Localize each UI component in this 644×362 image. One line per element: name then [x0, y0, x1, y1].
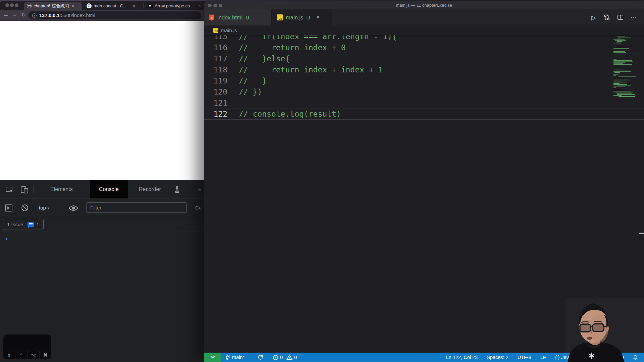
errors-icon — [273, 355, 278, 360]
run-code-icon[interactable]: ▷ — [591, 14, 596, 21]
line-number[interactable]: 118 — [204, 64, 227, 75]
reload-icon[interactable]: ↻ — [19, 11, 28, 18]
editor-line[interactable]: 117// }else{ — [204, 53, 644, 64]
filter-input[interactable] — [87, 202, 186, 213]
encoding[interactable]: UTF-8 — [518, 353, 531, 362]
close-window-button[interactable] — [5, 3, 9, 7]
url-text: 127.0.0.1:5500/index.html — [39, 13, 95, 18]
line-number[interactable]: 120 — [204, 86, 227, 98]
breadcrumb[interactable]: JS main.js — [204, 25, 644, 35]
line-text: // if(index === arr.length - 1){ — [239, 35, 397, 42]
editor-line[interactable]: 120// }) — [204, 86, 644, 98]
command-key-icon: ⌘ — [40, 351, 51, 359]
line-text: // return index + index + 1 — [239, 64, 383, 75]
site-info-icon[interactable]: i — [32, 13, 37, 18]
tab-label: main.js — [286, 14, 303, 21]
address-bar[interactable]: i 127.0.0.1:5500/index.html — [28, 11, 201, 19]
device-toolbar-icon[interactable] — [20, 185, 29, 194]
line-number[interactable]: 117 — [204, 53, 227, 64]
editor-line[interactable]: 115// if(index === arr.length - 1){ — [204, 35, 644, 42]
modifier-key-row: ⇧ ^ ⌥ ⌘ — [3, 351, 51, 359]
google-icon: G — [87, 3, 92, 8]
remote-indicator[interactable]: >< — [204, 353, 221, 362]
eol-sequence[interactable]: LF — [540, 353, 546, 362]
html-icon: 5 — [209, 14, 214, 21]
separator — [82, 204, 82, 212]
js-icon: JS — [277, 14, 283, 20]
cursor-position[interactable]: Ln 122, Col 23 — [446, 353, 478, 362]
sync-button[interactable] — [258, 353, 263, 362]
browser-tab-strip: chapter6 综合练习 × G mdn concat - Google 搜索… — [0, 0, 206, 10]
separator — [33, 204, 33, 212]
forward-icon[interactable]: → — [11, 11, 19, 18]
clear-console-icon[interactable] — [21, 204, 29, 212]
tab-title: mdn concat - Google 搜索 — [94, 3, 130, 9]
vscode-title-bar: main.js — 11 chapterExecise — [204, 1, 644, 9]
close-tab-icon[interactable]: × — [316, 14, 320, 21]
split-editor-icon[interactable] — [618, 15, 623, 20]
close-tab-icon[interactable]: × — [198, 3, 202, 8]
line-text: // }else{ — [239, 53, 290, 64]
svg-text:5: 5 — [211, 16, 212, 19]
log-levels-selector[interactable]: Cu — [195, 198, 202, 217]
separator — [61, 204, 61, 212]
zoom-window-button[interactable] — [15, 3, 18, 7]
editor-line[interactable]: 118// return index + index + 1 — [204, 64, 644, 75]
git-status-badge: U — [306, 15, 310, 20]
git-compare-icon[interactable] — [603, 14, 610, 21]
js-icon: JS — [213, 28, 218, 33]
more-tabs-icon[interactable]: » — [198, 180, 201, 198]
tab-elements[interactable]: Elements — [50, 180, 73, 198]
chevron-down-icon: ▾ — [47, 206, 49, 210]
more-actions-icon[interactable]: ⋯ — [631, 14, 637, 21]
mdn-icon: M — [148, 3, 153, 8]
tab-index-html[interactable]: 5 index.html U — [204, 9, 272, 25]
editor-tab-strip: 5 index.html U JS main.js U × ▷ — [204, 9, 644, 25]
console-prompt-icon[interactable]: › — [5, 235, 8, 242]
line-number[interactable]: 119 — [204, 75, 227, 86]
line-number[interactable]: 116 — [204, 42, 227, 53]
git-status-badge: U — [246, 15, 249, 20]
tab-label: index.html — [217, 14, 243, 21]
context-selector[interactable]: top ▾ — [39, 198, 49, 218]
tab-title: Array.prototype.concat() - Jav — [155, 3, 196, 8]
indentation[interactable]: Spaces: 2 — [487, 353, 508, 362]
problems-item[interactable]: 0 0 — [273, 353, 297, 362]
line-number[interactable]: 115 — [204, 35, 227, 42]
editor-actions: ▷ ⋯ — [591, 9, 644, 25]
tab-main-js[interactable]: JS main.js U × — [272, 9, 332, 25]
browser-tab-1[interactable]: chapter6 综合练习 × — [24, 2, 82, 10]
minimap[interactable] — [613, 36, 639, 100]
back-icon[interactable]: ← — [2, 11, 10, 18]
presenter-person — [566, 298, 644, 362]
option-key-icon: ⌥ — [28, 351, 40, 359]
tab-console[interactable]: Console — [90, 180, 128, 198]
warnings-icon — [286, 355, 292, 360]
flask-icon — [174, 186, 180, 193]
close-tab-icon[interactable]: × — [132, 3, 136, 8]
inspect-element-icon[interactable] — [5, 186, 13, 194]
code-lines: 115// if(index === arr.length - 1){ 116/… — [204, 35, 644, 120]
editor-line[interactable]: 119// } — [204, 75, 644, 86]
editor-line[interactable]: 116// return index + 0 — [204, 42, 644, 53]
line-number[interactable]: 121 — [204, 98, 227, 109]
git-branch-item[interactable]: main* — [225, 353, 245, 362]
close-tab-icon[interactable]: × — [71, 3, 75, 8]
live-expression-eye-icon[interactable] — [68, 204, 78, 212]
window-title: main.js — 11 chapterExecise — [204, 1, 644, 9]
line-number[interactable]: 122 — [204, 109, 227, 119]
browser-tab-3[interactable]: M Array.prototype.concat() - Jav × — [145, 2, 205, 10]
editor-line[interactable]: 121 — [204, 98, 644, 109]
tab-separator — [144, 3, 144, 8]
issues-button[interactable]: 1 Issue: 1 — [3, 219, 44, 230]
editor-line-current[interactable]: 122// console.log(result) — [204, 109, 644, 120]
tab-recorder[interactable]: Recorder — [139, 180, 161, 198]
console-sidebar-icon[interactable] — [5, 204, 13, 212]
scrollbar-thumb[interactable] — [639, 233, 644, 234]
control-key-icon: ^ — [15, 351, 28, 359]
browser-tab-2[interactable]: G mdn concat - Google 搜索 × — [84, 2, 142, 10]
line-text: // } — [239, 75, 267, 86]
minimize-window-button[interactable] — [10, 3, 14, 7]
page-content — [0, 21, 206, 180]
screen: chapter6 综合练习 × G mdn concat - Google 搜索… — [0, 0, 644, 362]
